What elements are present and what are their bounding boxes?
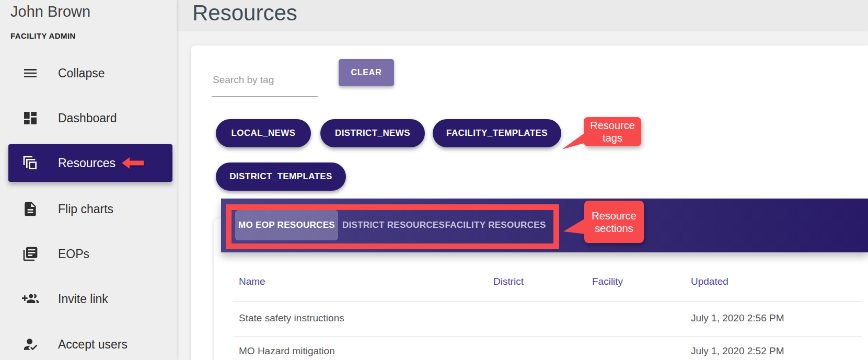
page-title: Resources [192, 1, 297, 26]
search-input[interactable] [212, 64, 318, 97]
cell-updated: July 1, 2020 2:52 PM [691, 345, 784, 357]
resource-sections-tab-bar: MO EOP RESOURCES DISTRICT RESOURCES FACI… [221, 199, 868, 252]
sidebar-item-collapse[interactable]: Collapse [8, 54, 172, 92]
table-row[interactable]: State safety instructions July 1, 2020 2… [233, 302, 862, 336]
column-header-updated: Updated [691, 276, 728, 287]
column-header-district: District [493, 276, 524, 287]
column-header-name: Name [239, 276, 265, 287]
sidebar-item-label: EOPs [58, 247, 89, 261]
resource-tags-callout-text: Resource tags [584, 119, 641, 144]
user-role: FACILITY ADMIN [10, 31, 76, 40]
sidebar-item-label: Invite link [58, 292, 108, 306]
resource-tags-callout: Resource tags [584, 117, 641, 146]
cell-name: State safety instructions [239, 312, 344, 324]
sidebar-item-invite-link[interactable]: Invite link [8, 280, 172, 318]
menu-icon [22, 65, 39, 82]
cell-name: MO Hazard mitigation [239, 345, 335, 357]
sidebar-item-label: Collapse [58, 66, 105, 80]
sidebar-item-label: Resources [58, 156, 115, 170]
resources-stack-icon [22, 155, 39, 171]
tag-chip-district-news[interactable]: DISTRICT_NEWS [320, 119, 425, 147]
user-name: John Brown [10, 3, 90, 20]
tag-chip-facility-templates[interactable]: FACILITY_TEMPLATES [433, 119, 561, 147]
person-check-icon [22, 336, 39, 353]
clear-button[interactable]: CLEAR [339, 59, 394, 86]
resource-sections-callout: Resource sections [584, 201, 644, 243]
column-header-facility: Facility [592, 276, 623, 287]
callout-tail-icon [562, 131, 588, 152]
tag-chip-local-news[interactable]: LOCAL_NEWS [216, 119, 311, 147]
sidebar-item-label: Flip charts [58, 202, 113, 216]
cell-updated: July 1, 2020 2:56 PM [691, 312, 784, 324]
sidebar-item-eops[interactable]: EOPs [8, 235, 172, 273]
group-add-icon [22, 291, 39, 307]
library-icon [22, 246, 39, 262]
sidebar-item-label: Accept users [58, 338, 128, 352]
sidebar-item-label: Dashboard [58, 111, 117, 125]
sidebar-item-flip-charts[interactable]: Flip charts [8, 190, 172, 228]
tag-chip-district-templates[interactable]: DISTRICT_TEMPLATES [216, 162, 346, 191]
annotation-highlight-box [226, 204, 559, 249]
sidebar-item-accept-users[interactable]: Accept users [8, 326, 172, 360]
sidebar-item-resources[interactable]: Resources [8, 144, 172, 182]
resource-sections-callout-text: Resource sections [584, 210, 644, 235]
sidebar-item-dashboard[interactable]: Dashboard [8, 99, 172, 137]
app-window: Resources CLEAR LOCAL_NEWS DISTRICT_NEWS… [0, 0, 868, 360]
dashboard-icon [22, 110, 39, 126]
document-icon [22, 201, 39, 217]
table-row[interactable]: MO Hazard mitigation July 1, 2020 2:52 P… [233, 337, 862, 360]
sidebar: John Brown FACILITY ADMIN Collapse Dashb… [0, 0, 177, 360]
red-arrow-icon [122, 157, 144, 169]
callout-tail-icon [563, 218, 585, 234]
